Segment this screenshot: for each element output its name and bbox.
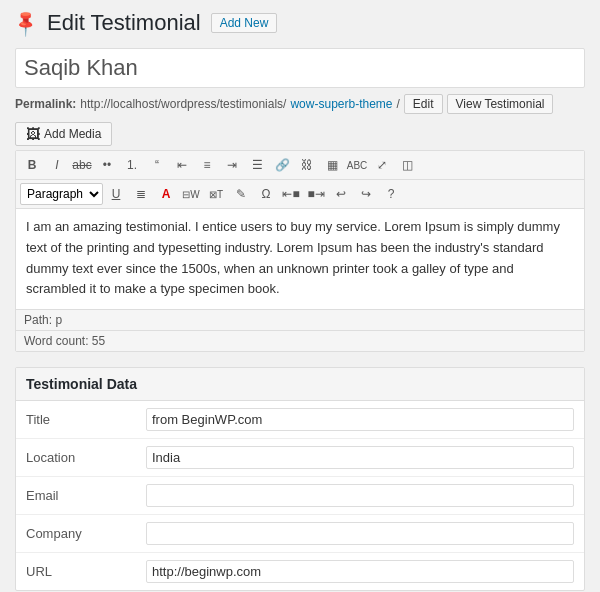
field-input-0[interactable] (146, 408, 574, 431)
path-footer: Path: p (16, 309, 584, 330)
permalink-slash: / (397, 97, 400, 111)
add-new-button[interactable]: Add New (211, 13, 278, 33)
align-right-button[interactable]: ⇥ (220, 154, 244, 176)
align-justify-button[interactable]: ☰ (245, 154, 269, 176)
path-value: p (55, 313, 62, 327)
field-value-1[interactable] (136, 439, 584, 477)
table-row: Company (16, 515, 584, 553)
testimonial-data-box-header: Testimonial Data (16, 368, 584, 401)
field-input-4[interactable] (146, 560, 574, 583)
field-input-3[interactable] (146, 522, 574, 545)
undo-button[interactable]: ↩ (329, 183, 353, 205)
permalink-label: Permalink: (15, 97, 76, 111)
permalink-edit-button[interactable]: Edit (404, 94, 443, 114)
testimonial-data-table: Title Location Email Company URL (16, 401, 584, 590)
align-center-button[interactable]: ≡ (195, 154, 219, 176)
remove-format-button[interactable]: ✎ (229, 183, 253, 205)
ul-button[interactable]: •• (95, 154, 119, 176)
path-label: Path: (24, 313, 52, 327)
field-input-2[interactable] (146, 484, 574, 507)
add-media-label: Add Media (44, 127, 101, 141)
view-testimonial-button[interactable]: View Testimonial (447, 94, 554, 114)
blockquote-button[interactable]: “ (145, 154, 169, 176)
table-row: URL (16, 553, 584, 591)
field-label-0: Title (16, 401, 136, 439)
link-button[interactable]: 🔗 (270, 154, 294, 176)
fullscreen-button[interactable]: ⤢ (370, 154, 394, 176)
editor-content[interactable]: I am an amazing testimonial. I entice us… (16, 209, 584, 309)
editor-wrapper: B I abc •• 1. “ ⇤ ≡ ⇥ ☰ 🔗 ⛓ ▦ ABC ⤢ ◫ Pa… (15, 150, 585, 352)
field-value-4[interactable] (136, 553, 584, 591)
ol-button[interactable]: 1. (120, 154, 144, 176)
toolbar-row1: B I abc •• 1. “ ⇤ ≡ ⇥ ☰ 🔗 ⛓ ▦ ABC ⤢ ◫ (16, 151, 584, 180)
table-row: Title (16, 401, 584, 439)
redo-button[interactable]: ↪ (354, 183, 378, 205)
field-label-1: Location (16, 439, 136, 477)
field-value-0[interactable] (136, 401, 584, 439)
post-title-input[interactable] (15, 48, 585, 88)
permalink-row: Permalink: http://localhost/wordpress/te… (15, 94, 585, 114)
insert-button[interactable]: ▦ (320, 154, 344, 176)
field-value-2[interactable] (136, 477, 584, 515)
strikethrough-button[interactable]: abc (70, 154, 94, 176)
permalink-slug: wow-superb-theme (290, 97, 392, 111)
field-value-3[interactable] (136, 515, 584, 553)
format-select[interactable]: Paragraph (20, 183, 103, 205)
table-row: Location (16, 439, 584, 477)
italic-button[interactable]: I (45, 154, 69, 176)
page-title: Edit Testimonial (47, 10, 201, 36)
indent-button[interactable]: ■⇥ (304, 183, 328, 205)
field-label-4: URL (16, 553, 136, 591)
field-label-2: Email (16, 477, 136, 515)
word-count-label: Word count: (24, 334, 88, 348)
unlink-button[interactable]: ⛓ (295, 154, 319, 176)
spellcheck-button[interactable]: ABC (345, 154, 369, 176)
word-count-value: 55 (92, 334, 105, 348)
field-input-1[interactable] (146, 446, 574, 469)
testimonial-data-box: Testimonial Data Title Location Email Co… (15, 367, 585, 591)
underline-button[interactable]: U (104, 183, 128, 205)
toolbar-row2: Paragraph U ≣ A ⊟W ⊠T ✎ Ω ⇤■ ■⇥ ↩ ↪ ? (16, 180, 584, 209)
add-media-button[interactable]: 🖼 Add Media (15, 122, 112, 146)
align-left-button[interactable]: ⇤ (170, 154, 194, 176)
word-count-row: Word count: 55 (16, 330, 584, 351)
help-button[interactable]: ? (379, 183, 403, 205)
permalink-base: http://localhost/wordpress/testimonials/ (80, 97, 286, 111)
field-label-3: Company (16, 515, 136, 553)
outdent-button[interactable]: ⇤■ (279, 183, 303, 205)
pin-icon: 📌 (10, 7, 41, 38)
page-title-area: 📌 Edit Testimonial Add New (15, 10, 585, 36)
justify-button[interactable]: ≣ (129, 183, 153, 205)
paste-text-button[interactable]: ⊠T (204, 183, 228, 205)
paste-word-button[interactable]: ⊟W (179, 183, 203, 205)
kitchen-sink-button[interactable]: ◫ (395, 154, 419, 176)
bold-button[interactable]: B (20, 154, 44, 176)
media-icon: 🖼 (26, 126, 40, 142)
special-char-button[interactable]: Ω (254, 183, 278, 205)
table-row: Email (16, 477, 584, 515)
font-color-button[interactable]: A (154, 183, 178, 205)
